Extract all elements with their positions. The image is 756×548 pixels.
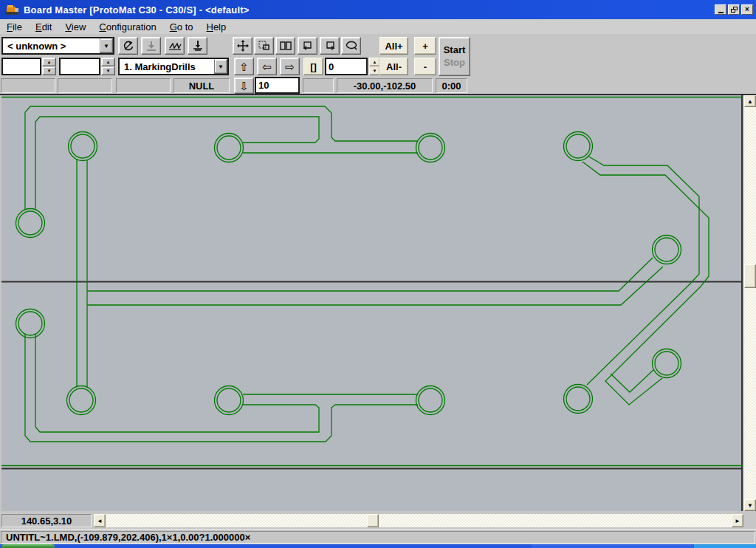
window-controls: × (713, 4, 753, 15)
minus-button[interactable]: - (414, 58, 436, 75)
vertical-scrollbar[interactable]: ▲ ▼ (744, 95, 756, 511)
y-step-input[interactable] (59, 58, 100, 75)
vscroll-thumb[interactable] (744, 264, 756, 288)
menu-item-view[interactable]: View (58, 21, 92, 33)
spin-up-icon[interactable]: ▲ (369, 58, 380, 66)
move-right-button[interactable]: ⇨ (280, 58, 300, 75)
spin-up-icon[interactable]: ▲ (101, 58, 115, 66)
left-triangle-icon: ◄ (97, 518, 103, 524)
spin-up-icon[interactable]: ▲ (42, 58, 56, 66)
spin-down-icon[interactable]: ▼ (369, 66, 380, 75)
tool-change-button[interactable] (188, 37, 207, 55)
tool-select-combo[interactable]: < unknown > ▼ (1, 37, 114, 55)
up-arrow-icon: ⇧ (239, 61, 249, 72)
pcb-canvas[interactable] (1, 95, 743, 511)
x-step-input[interactable] (1, 58, 41, 75)
down-arrow-icon: ⇩ (239, 81, 249, 92)
select-copy-icon (258, 40, 271, 52)
tile-windows-icon (279, 40, 292, 52)
cursor-coordinates: 140.65,3.10 (1, 514, 92, 527)
restore-icon (731, 7, 738, 13)
spin-down-icon[interactable]: ▼ (101, 66, 115, 75)
menu-item-help[interactable]: Help (199, 21, 233, 33)
stop-label: Stop (444, 57, 465, 69)
y-step-spinner: ▲ ▼ (101, 58, 115, 75)
plus-button[interactable]: + (414, 37, 436, 55)
hscroll-thumb[interactable] (367, 514, 379, 527)
status-cell-c1 (1, 78, 55, 93)
x-step-spinner: ▲ ▼ (42, 58, 56, 75)
close-button[interactable]: × (741, 4, 753, 15)
step-back-icon (301, 40, 315, 52)
select-copy-button[interactable] (254, 37, 274, 55)
tile-windows-button[interactable] (275, 37, 295, 55)
title-bar: Board Master [ProtoMat C30 - C30/S] - <d… (0, 0, 756, 19)
move-head-button[interactable] (233, 37, 252, 55)
all-minus-button[interactable]: All- (379, 58, 408, 75)
tool-change-icon (191, 40, 205, 52)
status-cell-c2 (58, 78, 112, 93)
zoom-oval-button[interactable] (341, 37, 361, 55)
step-size-input[interactable] (255, 77, 300, 94)
status-cell-time: 0:00 (436, 78, 467, 93)
taskbar-start-button[interactable] (1, 544, 55, 548)
app-icon (4, 4, 19, 16)
toolbar: < unknown > ▼ All+ + Start Stop ▲ ▼ ▲ ▼ … (0, 34, 756, 95)
chevron-down-icon[interactable]: ▼ (214, 59, 227, 74)
minimize-button[interactable] (715, 4, 726, 15)
step-forward-button[interactable] (320, 37, 340, 55)
hscroll-track[interactable] (106, 514, 732, 527)
move-down-button[interactable]: ⇩ (234, 78, 254, 94)
menu-bar: FileEditViewConfigurationGo toHelp (0, 19, 756, 34)
scroll-down-button[interactable]: ▼ (744, 499, 756, 511)
status-bar: UNTITL~1.LMD,(-109.879,202.406),1×1,0.00… (0, 529, 756, 544)
menu-item-edit[interactable]: Edit (29, 21, 58, 33)
status-cell-null_cell: NULL (173, 78, 230, 93)
restore-button[interactable] (728, 4, 740, 15)
menu-item-file[interactable]: File (0, 21, 29, 33)
mill-area-icon (168, 40, 182, 52)
up-triangle-icon: ▲ (747, 98, 753, 105)
left-arrow-icon: ⇦ (262, 61, 272, 72)
mill-area-button[interactable] (165, 37, 185, 55)
status-cell-c5 (303, 78, 334, 93)
tool-select-value: < unknown > (3, 41, 100, 52)
bottom-bar: 140.65,3.10 ◄ ► (0, 511, 756, 529)
move-up-button[interactable]: ⇧ (234, 58, 254, 75)
phase-select-combo[interactable]: 1. MarkingDrills ▼ (118, 58, 229, 75)
rotate-tool-icon (122, 40, 135, 52)
taskbar-segment (694, 544, 756, 548)
spin-down-icon[interactable]: ▼ (42, 66, 56, 75)
status-cell-c3 (116, 78, 171, 93)
step-forward-icon (323, 40, 337, 52)
tool-down-icon (145, 40, 158, 52)
start-stop-button[interactable]: Start Stop (439, 37, 470, 76)
window-title: Board Master [ProtoMat C30 - C30/S] - <d… (24, 4, 250, 16)
step-back-button[interactable] (298, 37, 317, 55)
vscroll-track[interactable] (744, 107, 756, 499)
count-input[interactable] (325, 58, 368, 75)
all-plus-button[interactable]: All+ (379, 37, 408, 55)
menu-item-configuration[interactable]: Configuration (92, 21, 162, 33)
scroll-right-button[interactable]: ► (732, 514, 743, 527)
scroll-left-button[interactable]: ◄ (94, 514, 106, 527)
brackets-button[interactable]: [] (303, 58, 323, 75)
down-triangle-icon: ▼ (747, 502, 753, 509)
move-left-button[interactable]: ⇦ (257, 58, 277, 75)
menu-item-go-to[interactable]: Go to (163, 21, 200, 33)
close-icon: × (745, 6, 749, 13)
scroll-up-button[interactable]: ▲ (744, 95, 756, 107)
zoom-oval-icon (345, 40, 358, 52)
right-arrow-icon: ⇨ (285, 61, 295, 72)
move-head-icon (236, 40, 250, 52)
pcb-drawing (1, 95, 743, 511)
app-window: Board Master [ProtoMat C30 - C30/S] - <d… (0, 0, 756, 548)
phase-select-value: 1. MarkingDrills (120, 61, 214, 72)
minimize-icon (718, 12, 724, 13)
rotate-tool-button[interactable] (118, 37, 138, 55)
tool-down-button[interactable] (141, 37, 161, 55)
taskbar-strip (0, 544, 756, 548)
start-label: Start (444, 44, 466, 56)
count-spinner: ▲ ▼ (369, 58, 380, 75)
chevron-down-icon[interactable]: ▼ (100, 38, 113, 53)
